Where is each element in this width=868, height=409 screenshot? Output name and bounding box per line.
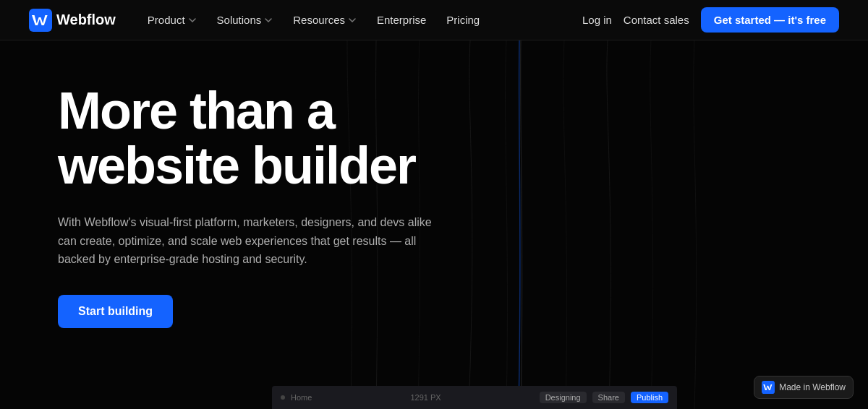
nav-item-resources[interactable]: Resources <box>284 9 365 30</box>
made-in-webflow-badge[interactable]: Made in Webflow <box>754 376 854 399</box>
get-started-button[interactable]: Get started — it's free <box>701 7 839 33</box>
ui-designing[interactable]: Designing <box>540 392 587 403</box>
ui-resolution: 1291 PX <box>410 393 441 402</box>
nav-item-product[interactable]: Product <box>139 9 205 30</box>
hero-section: More than a website builder With Webflow… <box>0 40 868 409</box>
logo[interactable]: Webflow <box>29 9 116 32</box>
start-building-button[interactable]: Start building <box>58 295 173 328</box>
webflow-logo-icon <box>29 9 52 32</box>
hero-subtext: With Webflow's visual-first platform, ma… <box>58 213 434 269</box>
webflow-ui-bar: Home 1291 PX Designing Share Publish <box>272 386 677 409</box>
nav-links: Product Solutions Resources Enterprise P… <box>139 9 582 30</box>
ui-tab-home: Home <box>291 393 312 402</box>
ui-publish-btn[interactable]: Publish <box>631 392 668 403</box>
chevron-down-icon <box>348 16 357 25</box>
made-badge-label: Made in Webflow <box>779 382 846 392</box>
hero-content: More than a website builder With Webflow… <box>0 40 492 371</box>
ui-share-btn[interactable]: Share <box>592 392 625 403</box>
hero-headline: More than a website builder <box>58 84 434 193</box>
webflow-badge-icon <box>762 381 775 394</box>
navbar: Webflow Product Solutions Resources Ente… <box>0 0 868 40</box>
chevron-down-icon <box>188 16 197 25</box>
login-link[interactable]: Log in <box>582 14 612 26</box>
logo-text: Webflow <box>56 12 116 28</box>
nav-item-solutions[interactable]: Solutions <box>208 9 282 30</box>
contact-sales-link[interactable]: Contact sales <box>624 14 689 26</box>
nav-right: Log in Contact sales Get started — it's … <box>582 7 839 33</box>
chevron-down-icon <box>264 16 273 25</box>
ui-dot <box>281 395 285 400</box>
nav-item-enterprise[interactable]: Enterprise <box>368 9 435 30</box>
nav-item-pricing[interactable]: Pricing <box>438 9 488 30</box>
